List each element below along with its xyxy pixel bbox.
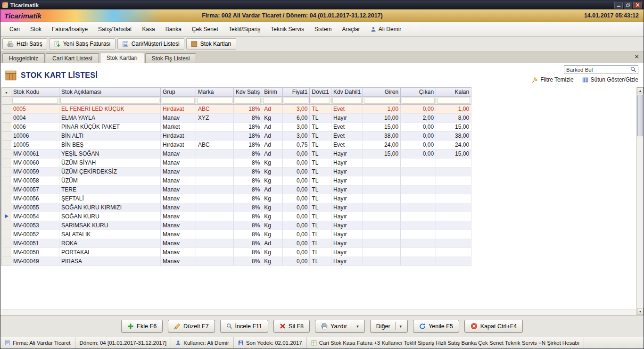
menu-item-fatura-irsaliye[interactable]: Fatura/İrsaliye [47, 23, 93, 35]
menu-item-stok[interactable]: Stok [25, 23, 47, 35]
row-indicator [2, 158, 11, 167]
table-row[interactable]: MV-00058ÜZÜMManav8%Kg0,00TLHayır [2, 176, 471, 185]
filter-input-grup[interactable] [162, 98, 195, 104]
filter-input-marka[interactable] [197, 98, 232, 104]
tab-close-icon[interactable]: × [635, 53, 639, 60]
column-header-kdv-satis[interactable]: Kdv Satış [234, 88, 262, 97]
filter-input-cikan[interactable] [402, 98, 435, 104]
menu-item-cari[interactable]: Cari [4, 23, 25, 35]
barcode-search-input[interactable] [564, 67, 630, 73]
filter-input-kalan[interactable] [437, 98, 470, 104]
column-header-giren[interactable]: Giren [363, 88, 401, 97]
menu-item-cek-senet[interactable]: Çek Senet [187, 23, 223, 35]
close-button[interactable] [633, 2, 642, 8]
minimize-button[interactable] [614, 2, 623, 8]
filter-input-kdv-dahil1[interactable] [332, 98, 362, 104]
filter-input-giren[interactable] [364, 98, 399, 104]
column-header-cikan[interactable]: Çıkan [401, 88, 436, 97]
menu-item-teknik-servis[interactable]: Teknik Servis [265, 23, 309, 35]
cell: 0,00 [283, 194, 310, 203]
cell [401, 239, 436, 248]
column-header-stok-aciklamasi[interactable]: Stok Açıklaması [59, 88, 161, 97]
filter-input-kdv-satis[interactable] [235, 98, 261, 104]
row-indicator [2, 257, 11, 266]
menu-item-banka[interactable]: Banka [160, 23, 187, 35]
footer-button-diger[interactable]: Diğer▾ [370, 320, 408, 332]
footer-button-yenile-f5[interactable]: Yenile F5 [413, 320, 459, 332]
cell: 10006 [11, 132, 59, 141]
filter-input-stok-kodu[interactable] [12, 98, 58, 104]
tab-hosgeldiniz[interactable]: Hoşgeldiniz [2, 53, 45, 63]
footer-button-ekle-f6[interactable]: Ekle F6 [121, 320, 163, 332]
menu-item-sistem[interactable]: Sistem [309, 23, 337, 35]
menu-item-satis-tahsilat[interactable]: Satış/Tahsilat [93, 23, 137, 35]
table-row[interactable]: MV-00052SALATALIKManav8%Kg0,00TLHayır [2, 230, 471, 239]
dropdown-arrow-icon[interactable]: ▾ [399, 324, 402, 329]
toolbar-button-cari-musteri-listesi[interactable]: Cari/Müşteri Listesi [117, 38, 184, 50]
cell: Manav [161, 221, 196, 230]
horizontal-scrollbar[interactable] [1, 309, 636, 315]
column-header-marka[interactable]: Marka [196, 88, 234, 97]
column-header-kalan[interactable]: Kalan [436, 88, 471, 97]
restore-button[interactable] [624, 2, 632, 8]
table-row[interactable]: MV-00051ROKAManav8%Ad0,00TLHayır [2, 239, 471, 248]
table-row[interactable]: MV-00050PORTAKALManav8%Kg0,00TLHayır [2, 248, 471, 257]
column-header-kdv-dahil1[interactable]: Kdv Dahil1 [331, 88, 363, 97]
tab-cari-kart-listesi[interactable]: Cari Kart Listesi [46, 53, 99, 63]
scroll-down-icon[interactable]: ▼ [637, 308, 644, 315]
table-row[interactable]: 0006PINAR KÜÇÜK PAKETMarket18%Ad3,00TLEv… [2, 123, 471, 132]
menu-item-teklif-siparis[interactable]: Teklif/Sipariş [223, 23, 265, 35]
filter-input-fiyat1[interactable] [284, 98, 308, 104]
footer-button-incele-f11[interactable]: İncele F11 [220, 320, 268, 332]
toolbar-button-yeni-satis-faturasi[interactable]: Yeni Satış Faturası [49, 38, 116, 50]
table-row[interactable]: MV-00056ŞEFTALİManav8%Kg0,00TLHayır [2, 194, 471, 203]
table-row[interactable]: 10005BİN BEŞHırdavatABC18%Ad0,75TLEvet24… [2, 141, 471, 150]
table-row[interactable]: 0005EL FENERİ LED KÜÇÜKHırdavatABC18%Ad3… [2, 105, 471, 114]
column-header-doviz1[interactable]: Döviz1 [310, 88, 331, 97]
row-indicator [2, 239, 11, 248]
table-row[interactable]: MV-00055SOĞAN KURU KIRMIZIManav8%Kg0,00T… [2, 203, 471, 212]
tab-stok-kartlari[interactable]: Stok Kartları [100, 53, 144, 63]
table-row[interactable]: 0004ELMA YAYLAManavXYZ8%Kg6,00TLHayır10,… [2, 114, 471, 123]
footer-button-label: Sil F8 [289, 323, 304, 330]
toolbar-button-hizli-satis[interactable]: Hızlı Satış [2, 38, 47, 50]
tab-stok-fis-listesi[interactable]: Stok Fiş Listesi [145, 53, 197, 63]
footer-button-duzelt-f7[interactable]: Düzelt F7 [168, 320, 215, 332]
menu-item-araclar[interactable]: Araçlar [337, 23, 365, 35]
table-row[interactable]: MV-00049PIRASAManav8%Kg0,00TLHayır [2, 257, 471, 266]
scrollbar-thumb[interactable] [637, 95, 643, 136]
table-row[interactable]: MV-00057TEREManav8%Ad0,00TLHayır [2, 185, 471, 194]
column-toggle-link[interactable]: Sütun Göster/Gizle [582, 76, 638, 83]
statusbar: Firma: Ali Vardar TicaretDönem: 04 [01.0… [0, 337, 644, 349]
cell [436, 176, 471, 185]
scroll-up-icon[interactable]: ▲ [637, 87, 644, 94]
cell [363, 257, 401, 266]
scrollbar-track[interactable] [637, 137, 644, 308]
menu-item-kasa[interactable]: Kasa [137, 23, 160, 35]
search-icon[interactable] [630, 66, 638, 73]
column-header-stok-kodu[interactable]: Stok Kodu [11, 88, 59, 97]
column-header-grup[interactable]: Grup [161, 88, 196, 97]
cell [196, 230, 234, 239]
table-row[interactable]: MV-00061YEŞİL SOĞANManav8%Ad0,00TLHayır1… [2, 150, 471, 158]
filter-input-birim[interactable] [263, 98, 281, 104]
filter-clear-label: Filtre Temizle [540, 76, 573, 83]
column-header-fiyat1[interactable]: Fiyat1 [283, 88, 310, 97]
column-header-birim[interactable]: Birim [262, 88, 283, 97]
stock-table: ▼Stok KoduStok AçıklamasıGrupMarkaKdv Sa… [1, 87, 471, 266]
filter-clear-link[interactable]: Filtre Temizle [532, 76, 573, 83]
table-row[interactable]: MV-00054SOĞAN KURUManav8%Kg0,00TLHayır [2, 212, 471, 221]
table-row[interactable]: 10006BİN ALTIHırdavat18%Ad3,00TLEvet38,0… [2, 132, 471, 141]
table-row[interactable]: MV-00060ÜZÜM SİYAHManav8%Kg0,00TLHayır [2, 158, 471, 167]
dropdown-arrow-icon[interactable]: ▾ [355, 324, 359, 329]
footer-button-sil-f8[interactable]: Sil F8 [273, 320, 310, 332]
vertical-scrollbar[interactable]: ▲ ▼ [636, 87, 644, 315]
filter-input-doviz1[interactable] [311, 98, 330, 104]
table-row[interactable]: MV-00059ÜZÜM ÇEKİRDEKSİZManav8%Kg0,00TLH… [2, 167, 471, 176]
footer-button-yazdir[interactable]: Yazdır▾ [315, 320, 365, 332]
toolbar-button-stok-kartlari[interactable]: Stok Kartları [186, 38, 236, 50]
menu-item-ali-demir[interactable]: Ali Demir [365, 23, 407, 35]
filter-input-stok-aciklamasi[interactable] [60, 98, 159, 104]
footer-button-kapat-ctrl-f4[interactable]: Kapat Ctrl+F4 [464, 320, 523, 332]
table-row[interactable]: MV-00053SARIMSAK KURUManav8%Kg0,00TLHayı… [2, 221, 471, 230]
